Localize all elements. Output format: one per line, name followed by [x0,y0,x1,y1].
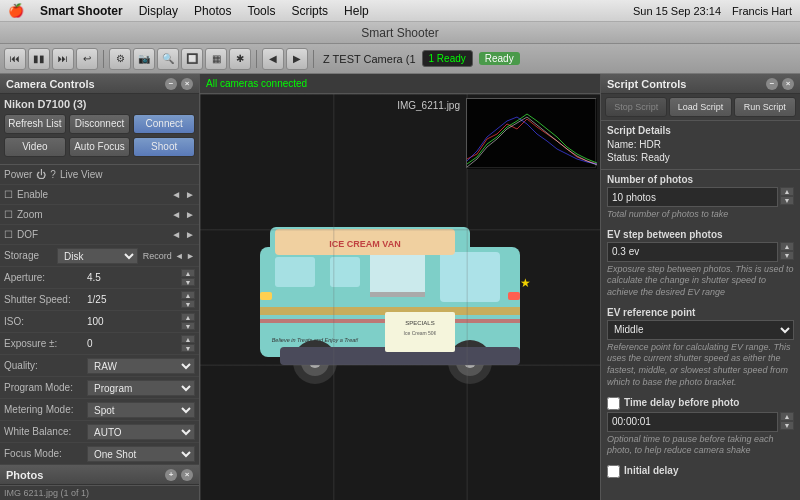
iso-arrows: ▲ ▼ [181,313,195,330]
photos-expand-btn[interactable]: + [165,469,177,481]
run-script-btn[interactable]: Run Script [734,97,796,117]
aperture-down[interactable]: ▼ [181,278,195,286]
time-delay-down[interactable]: ▼ [780,421,794,430]
iso-up[interactable]: ▲ [181,313,195,321]
arrow-right-2[interactable]: ► [185,209,195,220]
video-btn[interactable]: Video [4,137,66,157]
panel-minus-btn[interactable]: − [165,78,177,90]
menu-smart-shooter[interactable]: Smart Shooter [34,3,129,19]
exposure-label: Exposure ±: [4,338,84,349]
apple-menu[interactable]: 🍎 [8,3,24,18]
exposure-down[interactable]: ▼ [181,344,195,352]
camera-top-section: Nikon D7100 (3) Refresh List Disconnect … [0,94,199,165]
dof-check[interactable]: ☐ [4,229,13,240]
wb-label: White Balance: [4,426,84,437]
storage-row: Storage Disk Card Both Record ◄ ► [0,245,199,267]
enable-check[interactable]: ☐ [4,189,13,200]
photos-panel: Photos + × IMG_5001.jpg IMG_4349.jpg IMG [0,465,199,500]
arrow-right-3[interactable]: ► [185,229,195,240]
menubar-right: Sun 15 Sep 23:14 Francis Hart [633,5,792,17]
svg-rect-24 [508,292,520,300]
svg-rect-23 [260,292,272,300]
ev-ref-select[interactable]: Middle Fastest Slowest [607,320,794,340]
refresh-list-btn[interactable]: Refresh List [4,114,66,134]
toolbar-btn-5[interactable]: ⚙ [109,48,131,70]
svg-rect-7 [370,252,425,297]
shutter-down[interactable]: ▼ [181,300,195,308]
toolbar-btn-8[interactable]: 🔲 [181,48,203,70]
arrow-right-1[interactable]: ► [185,189,195,200]
ev-step-up[interactable]: ▲ [780,242,794,251]
menu-tools[interactable]: Tools [241,3,281,19]
toolbar-btn-3[interactable]: ⏭ [52,48,74,70]
toolbar-btn-7[interactable]: 🔍 [157,48,179,70]
connect-btn[interactable]: Connect [133,114,195,134]
toolbar-btn-6[interactable]: 📷 [133,48,155,70]
num-photos-down[interactable]: ▼ [780,196,794,205]
shutter-row: Shutter Speed: 1/25 ▲ ▼ [0,289,199,311]
iso-value: 100 [87,316,178,327]
arrow-left-2[interactable]: ◄ [171,209,181,220]
num-photos-up[interactable]: ▲ [780,187,794,196]
photos-close-btn[interactable]: × [181,469,193,481]
script-name-label: Name: [607,139,636,150]
quality-label: Quality: [4,360,84,371]
photo-area[interactable]: IMG_6211.jpg [200,94,600,500]
toolbar-btn-10[interactable]: ✱ [229,48,251,70]
wb-select[interactable]: AUTO Daylight Cloudy [87,424,195,440]
shoot-btn[interactable]: Shoot [133,137,195,157]
exposure-up[interactable]: ▲ [181,335,195,343]
toolbar-btn-1[interactable]: ⏮ [4,48,26,70]
autofocus-btn[interactable]: Auto Focus [69,137,131,157]
ev-step-input[interactable] [607,242,778,262]
svg-rect-8 [370,292,425,297]
menu-scripts[interactable]: Scripts [285,3,334,19]
camera-controls-panel: Camera Controls − × Nikon D7100 (3) Refr… [0,74,200,500]
program-mode-select[interactable]: Program Aperture Shutter Manual [87,380,195,396]
toolbar-btn-4[interactable]: ↩ [76,48,98,70]
ev-step-down[interactable]: ▼ [780,251,794,260]
script-minus-btn[interactable]: − [766,78,778,90]
script-name-value: HDR [639,139,661,150]
ice-cream-van: ICE CREAM VAN SPECIALS Ice Cream 50¢ B [240,197,560,397]
initial-delay-check[interactable] [607,465,620,478]
arrow-left-1[interactable]: ◄ [171,189,181,200]
ev-ref-label: EV reference point [607,307,794,318]
shutter-up[interactable]: ▲ [181,291,195,299]
zoom-check[interactable]: ☐ [4,209,13,220]
time-delay-check[interactable] [607,397,620,410]
arrow-left-3[interactable]: ◄ [171,229,181,240]
toolbar-btn-9[interactable]: ▦ [205,48,227,70]
ev-step-field: EV step between photos ▲ ▼ Exposure step… [607,229,794,299]
time-delay-up[interactable]: ▲ [780,412,794,421]
ev-step-arrows: ▲ ▼ [780,242,794,262]
metering-row: Metering Mode: Spot Matrix Center [0,399,199,421]
num-photos-label: Number of photos [607,174,794,185]
num-photos-input[interactable] [607,187,778,207]
svg-text:★: ★ [520,276,531,290]
stop-script-btn[interactable]: Stop Script [605,97,667,117]
iso-down[interactable]: ▼ [181,322,195,330]
sep3 [313,50,314,68]
dof-label: DOF [17,229,38,240]
toolbar-btn-11[interactable]: ◀ [262,48,284,70]
disconnect-btn[interactable]: Disconnect [69,114,131,134]
toolbar-btn-2[interactable]: ▮▮ [28,48,50,70]
metering-select[interactable]: Spot Matrix Center [87,402,195,418]
focus-select[interactable]: One Shot AF-C Manual [87,446,195,462]
focus-row: Focus Mode: One Shot AF-C Manual [0,443,199,465]
ev-step-label: EV step between photos [607,229,794,240]
script-close-btn[interactable]: × [782,78,794,90]
storage-select[interactable]: Disk Card Both [57,248,138,264]
storage-label: Storage [4,250,54,261]
aperture-up[interactable]: ▲ [181,269,195,277]
menu-help[interactable]: Help [338,3,375,19]
time-delay-input[interactable] [607,412,778,432]
toolbar-btn-12[interactable]: ▶ [286,48,308,70]
menu-display[interactable]: Display [133,3,184,19]
menu-photos[interactable]: Photos [188,3,237,19]
quality-select[interactable]: RAW JPEG Fine JPEG Normal [87,358,195,374]
svg-rect-2 [440,252,500,302]
load-script-btn[interactable]: Load Script [669,97,731,117]
panel-close-btn[interactable]: × [181,78,193,90]
